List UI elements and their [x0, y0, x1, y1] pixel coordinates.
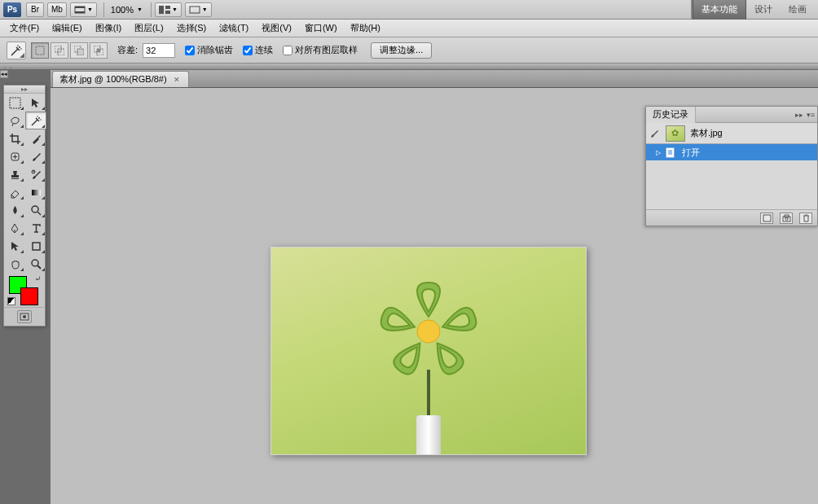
delete-state-icon[interactable]	[799, 213, 812, 224]
new-doc-from-state-icon[interactable]	[760, 213, 773, 224]
tool-shape[interactable]	[25, 237, 46, 255]
menu-bar: 文件(F) 编辑(E) 图像(I) 图层(L) 选择(S) 滤镜(T) 视图(V…	[0, 20, 818, 37]
menu-window[interactable]: 窗口(W)	[298, 20, 344, 36]
background-color[interactable]	[20, 287, 38, 305]
snapshot-thumbnail	[666, 125, 685, 142]
tool-path-select[interactable]	[4, 237, 25, 255]
workspace-paint[interactable]: 绘画	[781, 0, 815, 20]
tool-eyedropper[interactable]	[25, 129, 46, 147]
antialias-checkbox[interactable]: 消除锯齿	[185, 44, 233, 56]
svg-point-8	[20, 48, 22, 50]
tools-panel-handle[interactable]: ▸▸	[4, 85, 45, 94]
tool-magic-wand[interactable]	[25, 112, 46, 129]
history-source-icon[interactable]	[649, 128, 661, 139]
svg-point-35	[785, 217, 788, 220]
quick-mask-toggle[interactable]	[17, 310, 32, 323]
view-extras-button[interactable]: ▼	[70, 2, 97, 17]
refine-edge-button[interactable]: 调整边缘...	[371, 42, 432, 59]
selection-mode-group	[31, 42, 108, 59]
svg-rect-1	[75, 7, 85, 8]
tolerance-input[interactable]	[143, 43, 175, 58]
options-divider: ⋮⋮	[0, 64, 818, 70]
main-area: ◂◂ ▸▸ ⤾	[0, 70, 818, 504]
magic-wand-icon	[10, 44, 23, 57]
svg-rect-26	[33, 243, 40, 250]
selection-subtract[interactable]	[70, 42, 88, 59]
sample-all-layers-checkbox[interactable]: 对所有图层取样	[283, 44, 358, 56]
history-state-open[interactable]: ▷ 打开	[646, 144, 817, 160]
menu-select[interactable]: 选择(S)	[170, 20, 213, 36]
bridge-button[interactable]: Br	[26, 2, 44, 17]
document-icon	[666, 147, 677, 158]
chevron-down-icon: ▼	[87, 7, 93, 12]
document-tab[interactable]: 素材.jpg @ 100%(RGB/8#) ✕	[52, 71, 189, 87]
panel-menu-icon[interactable]: ▾≡	[806, 111, 816, 119]
contiguous-checkbox[interactable]: 连续	[243, 44, 273, 56]
selection-new[interactable]	[31, 42, 49, 59]
svg-point-30	[417, 320, 440, 343]
svg-point-27	[32, 260, 38, 266]
history-snapshot-row[interactable]: 素材.jpg	[646, 123, 817, 144]
current-tool-preset[interactable]	[7, 42, 26, 59]
tool-type[interactable]	[25, 219, 46, 237]
swap-colors-icon[interactable]: ⤾	[35, 274, 42, 283]
zoom-level-dropdown[interactable]: 100%▼	[111, 5, 144, 15]
filmstrip-icon	[74, 6, 86, 14]
history-state-label: 打开	[682, 147, 700, 159]
tool-history-brush[interactable]	[25, 165, 46, 183]
history-state-marker-icon: ▷	[649, 149, 661, 156]
minibridge-button[interactable]: Mb	[47, 2, 67, 17]
tool-marquee[interactable]	[4, 94, 25, 112]
menu-layer[interactable]: 图层(L)	[128, 20, 169, 36]
default-colors-icon[interactable]	[7, 297, 15, 305]
tolerance-label: 容差:	[117, 44, 138, 56]
history-panel-footer	[646, 209, 817, 226]
workspace-design[interactable]: 设计	[746, 0, 781, 20]
tool-pen[interactable]	[4, 219, 25, 237]
svg-point-7	[19, 46, 20, 48]
tool-hand[interactable]	[4, 255, 25, 273]
selection-add[interactable]	[51, 42, 68, 59]
menu-view[interactable]: 视图(V)	[255, 20, 298, 36]
canvas-background[interactable]: 历史记录 ▸▸ ▾≡ 素材.jpg ▷	[51, 88, 818, 504]
tool-brush[interactable]	[25, 147, 46, 165]
tool-move[interactable]	[25, 94, 46, 112]
new-snapshot-icon[interactable]	[780, 213, 793, 224]
menu-image[interactable]: 图像(I)	[89, 20, 128, 36]
close-tab-icon[interactable]: ✕	[172, 75, 182, 85]
tool-lasso[interactable]	[4, 112, 25, 129]
chevron-down-icon: ▼	[202, 7, 208, 12]
svg-point-20	[40, 119, 41, 120]
menu-file[interactable]: 文件(F)	[3, 20, 46, 36]
chevron-down-icon: ▼	[172, 7, 178, 12]
svg-rect-24	[32, 190, 41, 195]
tool-eraser[interactable]	[4, 183, 25, 201]
canvas[interactable]	[270, 247, 587, 455]
tool-dodge[interactable]	[25, 201, 46, 219]
tool-blur[interactable]	[4, 201, 25, 219]
menu-edit[interactable]: 编辑(E)	[46, 20, 89, 36]
svg-rect-3	[159, 6, 164, 14]
tool-zoom[interactable]	[25, 255, 46, 273]
chevron-down-icon: ▼	[137, 7, 143, 12]
menu-help[interactable]: 帮助(H)	[344, 20, 387, 36]
menu-filter[interactable]: 滤镜(T)	[213, 20, 255, 36]
selection-intersect[interactable]	[90, 42, 108, 59]
svg-rect-10	[36, 46, 44, 55]
tool-crop[interactable]	[4, 129, 25, 147]
screen-mode-button[interactable]: ▼	[185, 2, 212, 17]
svg-point-29	[23, 315, 26, 318]
history-panel-tab[interactable]: 历史记录	[646, 107, 696, 123]
svg-point-19	[38, 117, 40, 119]
workspace-basic[interactable]: 基本功能	[693, 0, 746, 20]
panel-collapse-knob[interactable]: ◂◂	[0, 70, 8, 78]
tool-healing[interactable]	[4, 147, 25, 165]
tool-gradient[interactable]	[25, 183, 46, 201]
svg-point-21	[37, 116, 37, 116]
document-tab-bar: 素材.jpg @ 100%(RGB/8#) ✕	[51, 70, 818, 88]
tool-stamp[interactable]	[4, 165, 25, 183]
history-empty-area	[646, 160, 817, 209]
svg-rect-6	[190, 7, 200, 13]
panel-collapse-icon[interactable]: ▸▸	[794, 111, 804, 119]
arrange-documents-button[interactable]: ▼	[155, 2, 182, 17]
